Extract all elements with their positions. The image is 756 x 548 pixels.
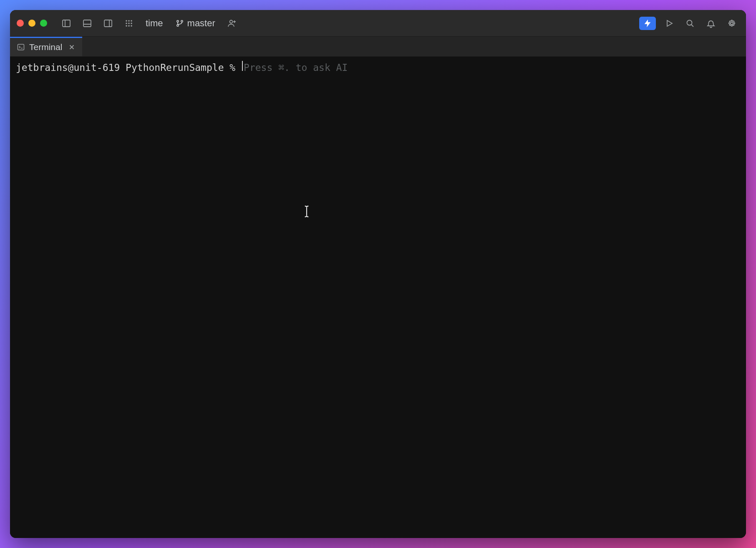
search-icon — [685, 18, 695, 28]
svg-point-12 — [126, 25, 127, 27]
branch-label: master — [187, 18, 215, 29]
svg-point-9 — [126, 23, 127, 24]
app-window: time master — [10, 10, 746, 538]
svg-point-13 — [128, 25, 130, 27]
terminal-icon — [17, 43, 25, 51]
svg-point-14 — [131, 25, 132, 27]
svg-point-15 — [176, 20, 178, 22]
text-cursor-icon — [302, 205, 311, 218]
ai-bolt-icon — [643, 19, 652, 28]
svg-point-24 — [731, 22, 733, 25]
traffic-lights — [17, 20, 47, 27]
svg-point-18 — [229, 20, 232, 23]
terminal-ghost-hint: Press ⌘. to ask AI — [244, 61, 348, 74]
terminal-caret — [242, 61, 243, 71]
svg-point-16 — [181, 20, 182, 22]
tab-close-button[interactable] — [68, 43, 76, 51]
vcs-branch[interactable]: master — [172, 18, 219, 29]
bottom-panel-toggle[interactable] — [80, 16, 95, 31]
bell-icon — [706, 18, 716, 28]
terminal-prompt: jetbrains@unit-619 PythonRerunSample % — [16, 61, 241, 74]
left-panel-icon — [61, 18, 71, 28]
svg-point-17 — [176, 24, 178, 26]
run-icon — [664, 18, 674, 28]
tab-close-icon — [68, 43, 76, 51]
left-panel-toggle[interactable] — [59, 16, 74, 31]
maximize-window-button[interactable] — [40, 20, 47, 27]
bottom-panel-icon — [82, 18, 92, 28]
titlebar-right — [639, 16, 739, 31]
project-name[interactable]: time — [142, 18, 166, 29]
tab-bar: Terminal — [10, 37, 746, 57]
svg-rect-4 — [104, 20, 112, 27]
project-name-label: time — [146, 18, 163, 29]
titlebar-left: time master — [17, 16, 239, 31]
ai-assistant-button[interactable] — [639, 17, 656, 30]
svg-point-6 — [126, 20, 127, 22]
add-collaborator-button[interactable] — [224, 16, 239, 31]
svg-point-8 — [131, 20, 132, 22]
terminal-pane[interactable]: jetbrains@unit-619 PythonRerunSample % P… — [10, 57, 746, 538]
svg-rect-2 — [83, 20, 91, 27]
grid-menu-button[interactable] — [121, 16, 136, 31]
svg-marker-21 — [667, 20, 672, 26]
add-person-icon — [227, 18, 237, 28]
right-panel-toggle[interactable] — [101, 16, 116, 31]
grid-icon — [124, 18, 134, 28]
tab-terminal[interactable]: Terminal — [10, 37, 82, 56]
titlebar: time master — [10, 10, 746, 37]
notifications-button[interactable] — [703, 16, 718, 31]
svg-point-7 — [128, 20, 130, 22]
svg-point-11 — [131, 23, 132, 24]
search-button[interactable] — [683, 16, 698, 31]
branch-icon — [176, 19, 184, 28]
right-panel-icon — [103, 18, 113, 28]
gear-icon — [727, 18, 737, 28]
svg-rect-25 — [18, 44, 24, 50]
svg-point-10 — [128, 23, 130, 24]
tab-label: Terminal — [29, 42, 62, 52]
settings-button[interactable] — [724, 16, 739, 31]
svg-line-23 — [691, 25, 693, 27]
close-window-button[interactable] — [17, 20, 24, 27]
run-button[interactable] — [662, 16, 677, 31]
terminal-line: jetbrains@unit-619 PythonRerunSample % P… — [16, 61, 740, 74]
minimize-window-button[interactable] — [28, 20, 35, 27]
svg-point-22 — [687, 20, 692, 25]
svg-rect-0 — [63, 20, 70, 27]
